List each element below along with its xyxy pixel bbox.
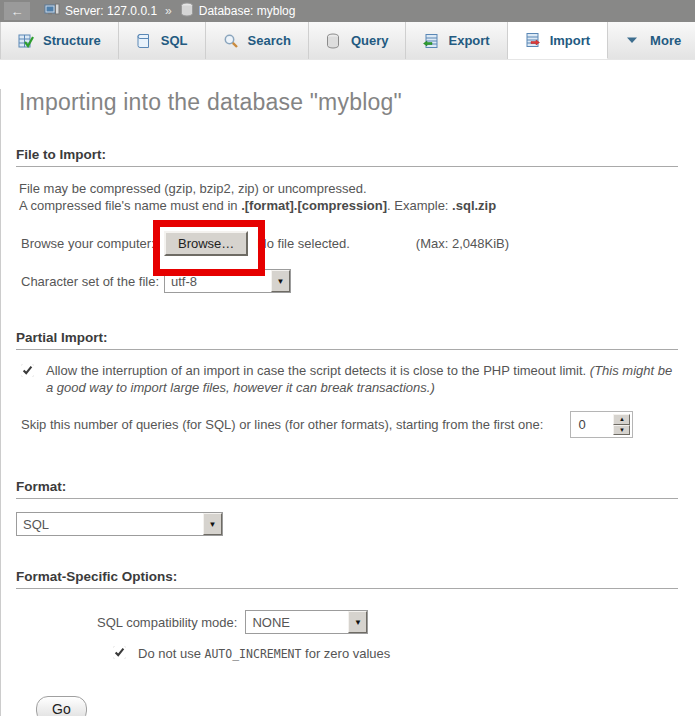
auto-increment-label: Do not use AUTO_INCREMENT for zero value… [138,645,390,663]
breadcrumb-database[interactable]: Database: myblog [180,2,296,20]
sql-compat-row: SQL compatibility mode: NONE ▼ [97,610,680,634]
compression-line1: File may be compressed (gzip, bzip2, zip… [19,181,367,196]
format-specific-options-heading: Format-Specific Options: [16,569,678,589]
tab-more-label: More [650,33,681,48]
partial-import-heading: Partial Import: [16,330,678,350]
structure-icon [18,33,34,49]
auto-increment-row: Do not use AUTO_INCREMENT for zero value… [113,645,680,663]
allow-interruption-row: Allow the interruption of an import in c… [21,362,680,396]
compression-line2-mid: . Example: [387,198,452,213]
database-icon [180,2,194,20]
go-button[interactable]: Go [36,696,87,716]
tab-structure-label: Structure [43,33,101,48]
auto-increment-checkbox[interactable] [113,646,126,659]
tab-sql[interactable]: SQL [119,22,206,59]
charset-dropdown-arrow-icon[interactable]: ▼ [271,270,290,292]
format-selected-value: SQL [17,513,203,535]
browse-row: Browse your computer: Browse… No file se… [21,231,680,256]
page-title: Importing into the database "myblog" [19,89,680,116]
sql-icon [136,33,152,49]
charset-row: Character set of the file: utf-8 ▼ [21,269,680,293]
format-select[interactable]: SQL ▼ [16,512,223,536]
tab-sql-label: SQL [161,33,188,48]
tab-structure[interactable]: Structure [0,22,119,59]
skip-queries-stepper[interactable]: 0 ▲ ▼ [570,411,633,438]
query-icon [326,33,342,49]
export-icon [423,33,439,49]
tab-search[interactable]: Search [206,22,309,59]
file-to-import-heading: File to Import: [16,147,678,167]
allow-interruption-checkbox[interactable] [21,364,34,377]
tab-import[interactable]: Import [508,22,608,59]
format-heading: Format: [16,479,678,499]
sql-compat-dropdown-arrow-icon[interactable]: ▼ [348,611,367,633]
no-file-selected-text: No file selected. [257,236,350,251]
chevron-down-icon [625,33,641,49]
charset-selected-value: utf-8 [165,270,271,292]
allow-interruption-text: Allow the interruption of an import in c… [46,363,590,378]
main-content: Importing into the database "myblog" Fil… [0,89,695,716]
compression-format-token: .[format].[compression] [241,198,387,213]
charset-label: Character set of the file: [21,274,164,289]
tab-bar: Structure SQL Search Query Export Import [0,22,695,60]
breadcrumb-bar: ← Server: 127.0.0.1 » Database: myblog [0,0,695,22]
auto-increment-prefix: Do not use [138,646,205,661]
back-arrow-icon[interactable]: ← [4,2,30,20]
format-row: SQL ▼ [16,512,680,536]
search-icon [223,33,239,49]
tab-query[interactable]: Query [309,22,407,59]
breadcrumb-server-label: Server: 127.0.0.1 [65,4,157,18]
browse-label: Browse your computer: [21,236,164,251]
tab-search-label: Search [248,33,291,48]
compression-help-text: File may be compressed (gzip, bzip2, zip… [19,180,680,214]
max-size-text: (Max: 2,048KiB) [416,236,509,251]
allow-interruption-label: Allow the interruption of an import in c… [46,362,680,396]
compression-line2-prefix: A compressed file's name must end in [19,198,241,213]
tab-import-label: Import [550,33,590,48]
skip-queries-row: Skip this number of queries (for SQL) or… [21,411,680,438]
tab-more[interactable]: More [608,22,695,59]
charset-select[interactable]: utf-8 ▼ [164,269,291,293]
tab-query-label: Query [351,33,389,48]
tab-export-label: Export [448,33,489,48]
breadcrumb-separator: » [165,4,172,18]
auto-increment-code: AUTO_INCREMENT [205,647,302,661]
skip-queries-label: Skip this number of queries (for SQL) or… [21,417,543,432]
auto-increment-suffix: for zero values [301,646,390,661]
stepper-up-icon[interactable]: ▲ [613,414,630,425]
skip-queries-value: 0 [573,414,613,435]
sql-compat-label: SQL compatibility mode: [97,615,237,630]
server-icon [44,2,60,21]
breadcrumb-server[interactable]: Server: 127.0.0.1 [44,2,157,21]
stepper-down-icon[interactable]: ▼ [613,425,630,436]
sql-compat-select[interactable]: NONE ▼ [245,610,368,634]
go-row: Go [16,663,680,716]
sql-compat-selected-value: NONE [246,611,348,633]
breadcrumb-database-label: Database: myblog [199,4,296,18]
compression-example-token: .sql.zip [452,198,496,213]
tab-export[interactable]: Export [406,22,507,59]
browse-button[interactable]: Browse… [164,231,248,256]
import-icon [525,32,541,48]
format-dropdown-arrow-icon[interactable]: ▼ [203,513,222,535]
